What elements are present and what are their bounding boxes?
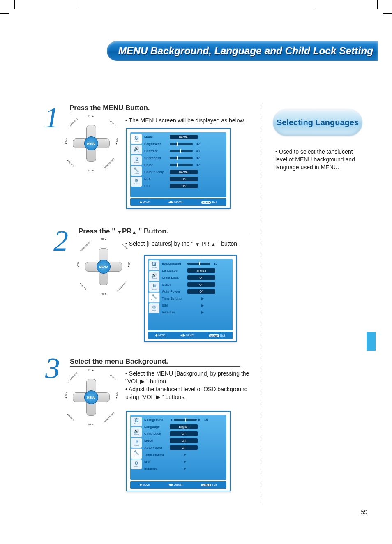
osd-slider	[174, 419, 197, 421]
osd-sidebar-picture: 🖼Picture	[131, 134, 142, 144]
osd-row-label: Brightness	[144, 142, 170, 146]
osd-sidebar-picture: 🖼Picture	[149, 260, 159, 270]
osd-row-label: ISM	[162, 304, 187, 307]
osd-sidebar-sound: 🔊Sound	[131, 145, 142, 154]
osd-row-value: On	[187, 282, 215, 287]
osd-row-value: Off	[170, 445, 198, 450]
osd-row-sharpness: Sharpness32	[144, 155, 224, 161]
osd-sidebar: 🖼Picture🔊Sound🖥Screen🔧Feature⚙Install	[148, 259, 160, 330]
osd-row-background: Background10	[162, 260, 230, 267]
remote-menu-button: MENU	[97, 260, 111, 274]
osd-row-value: 48	[196, 149, 200, 153]
submenu-arrow-icon: ▶	[201, 297, 204, 300]
osd-row-label: Language	[162, 269, 187, 272]
step-3-bullets: • Select the MENU [Background] by pressi…	[125, 370, 253, 401]
side-description: • Used to select the tanslucent level of…	[275, 148, 366, 171]
osd-row-label: Child Lock	[144, 432, 170, 436]
remote-dpad-illustration: PR ▲ PR ▼ COMPONENT PC/DVI PREV.PR SCREE…	[68, 117, 115, 170]
osd-row-label: ISM	[144, 460, 170, 463]
osd-row-label: Language	[144, 425, 170, 429]
vertical-divider	[261, 102, 261, 505]
osd-row-label: Background	[162, 262, 187, 265]
osd-sidebar: 🖼Picture🔊Sound🖥Screen🔧Feature⚙Install	[130, 415, 143, 480]
osd-row-label: N.R.	[144, 177, 170, 181]
osd-row-label: Colour Temp.	[144, 170, 170, 174]
left-arrow-icon: ◀	[170, 418, 172, 422]
osd-row-child-lock: Child LockOff	[162, 274, 230, 281]
footer-move: ◆ Move	[140, 483, 150, 486]
footer-exit: MENUExit	[201, 201, 217, 204]
osd-row-language: LanguageEnglish	[162, 267, 230, 274]
osd-row-value: Off	[187, 289, 215, 294]
osd-row-ism: ISM▶	[162, 302, 230, 309]
osd-slider	[170, 164, 193, 166]
osd-row-label: Time Setting	[162, 297, 187, 300]
osd-row-label: Color	[144, 163, 170, 167]
osd-row-label: Contrast	[144, 149, 170, 153]
osd-row-label: Auto Power	[162, 290, 187, 293]
osd-row-label: Initialize	[162, 311, 187, 314]
osd-sidebar-feature: 🔧Feature	[149, 293, 159, 302]
remote-dpad-illustration: PR ▲ PR ▼ COMPONENT PC/DVI PREV.PR SCREE…	[80, 240, 127, 293]
osd-sidebar-feature: 🔧Feature	[131, 166, 142, 176]
osd-row-value: 32	[196, 156, 200, 160]
osd-sidebar-sound: 🔊Sound	[131, 427, 142, 437]
osd-row-value: English	[170, 424, 198, 429]
osd-row-value: 10	[204, 418, 208, 422]
osd-row-value: Normal	[170, 170, 198, 174]
osd-sidebar-sound: 🔊Sound	[149, 271, 159, 281]
osd-footer: ◆ Move ◀ ▶ Select MENUExit	[130, 198, 226, 206]
footer-move: ◆ Move	[155, 334, 165, 337]
osd-row-label: Background	[144, 418, 170, 422]
osd-slider	[170, 157, 193, 159]
osd-sidebar-screen: 🖥Screen	[131, 438, 142, 448]
osd-menu-picture: 🖼Picture🔊Sound🖥Screen🔧Feature⚙Install Mo…	[126, 128, 231, 209]
osd-row-value: 10	[214, 262, 217, 265]
submenu-arrow-icon: ▶	[184, 467, 186, 470]
osd-row-mgdi: MGDIOn	[144, 438, 224, 444]
osd-row-value: 32	[196, 142, 200, 146]
step-2-heading: Press the " ▼PR▲ " Button.	[78, 227, 168, 235]
osd-row-ism: ISM▶	[144, 459, 224, 465]
step-1-number: 1	[44, 103, 59, 132]
footer-select: ◀ ▶ Select	[168, 201, 182, 204]
rule	[69, 113, 240, 113]
remote-menu-button: MENU	[84, 390, 98, 404]
osd-row-n-r-: N.R.On	[144, 176, 224, 182]
osd-row-value: Off	[187, 275, 215, 280]
page-title-bar: MENU Background, Language and Child Lock…	[107, 41, 378, 61]
osd-menu-features-adjust: 🖼Picture🔊Sound🖥Screen🔧Feature⚙Install Ba…	[126, 411, 231, 491]
osd-sidebar-picture: 🖼Picture	[131, 417, 142, 426]
osd-row-contrast: Contrast48	[144, 148, 224, 154]
osd-row-auto-power: Auto PowerOff	[144, 445, 224, 451]
page-title: MENU Background, Language and Child Lock…	[118, 45, 373, 57]
osd-row-auto-power: Auto PowerOff	[162, 288, 230, 295]
osd-row-brightness: Brightness32	[144, 141, 224, 147]
side-heading-pill: Selecting Languages	[273, 109, 362, 136]
osd-row-label: CTI	[144, 184, 170, 188]
step-3-heading: Select the menu Background.	[70, 357, 168, 366]
osd-row-value: English	[187, 268, 215, 273]
page-section-tab	[367, 332, 376, 351]
osd-row-label: MGDI	[144, 439, 170, 443]
osd-row-time-setting: Time Setting▶	[144, 452, 224, 458]
step-2-bullet: • Select [Features] by the " ▼ PR ▲ " bu…	[125, 240, 257, 248]
osd-row-colour-temp-: Colour Temp.Normal	[144, 169, 224, 175]
osd-row-mgdi: MGDIOn	[162, 281, 230, 288]
page-number: 59	[361, 509, 367, 515]
footer-exit: MENUExit	[209, 334, 225, 337]
remote-menu-button: MENU	[84, 136, 98, 150]
osd-footer: ◆ Move ◀ ▶ Select MENUExit	[148, 332, 233, 339]
osd-row-mode: ModeNormal	[144, 134, 224, 140]
osd-row-child-lock: Child LockOff	[144, 431, 224, 437]
osd-row-value: On	[170, 184, 198, 188]
osd-sidebar-feature: 🔧Feature	[131, 449, 142, 459]
side-heading: Selecting Languages	[277, 118, 359, 127]
osd-footer: ◆ Move ◀ ▶ Adjust MENUExit	[130, 481, 226, 489]
osd-row-label: Time Setting	[144, 453, 170, 456]
rule	[70, 366, 240, 367]
osd-row-label: Child Lock	[162, 276, 187, 279]
osd-row-initialize: Initialize▶	[162, 309, 230, 316]
osd-sidebar-install: ⚙Install	[149, 303, 159, 313]
osd-row-value: On	[170, 177, 198, 181]
